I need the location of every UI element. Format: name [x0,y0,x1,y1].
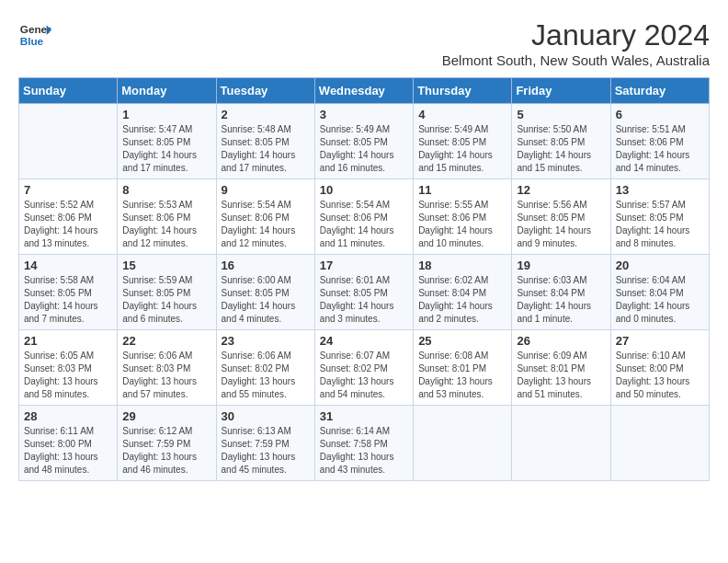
day-number: 14 [24,259,112,272]
day-number: 28 [24,409,112,423]
day-cell: 18Sunrise: 6:02 AM Sunset: 8:04 PM Dayli… [414,255,512,330]
day-number: 26 [517,334,605,348]
day-cell: 7Sunrise: 5:52 AM Sunset: 8:06 PM Daylig… [19,179,118,255]
header-row: SundayMondayTuesdayWednesdayThursdayFrid… [19,78,710,104]
column-header-saturday: Saturday [610,78,709,104]
day-number: 20 [616,259,704,272]
day-cell: 28Sunrise: 6:11 AM Sunset: 8:00 PM Dayli… [19,406,118,481]
day-info: Sunrise: 6:10 AM Sunset: 8:00 PM Dayligh… [616,350,704,401]
week-row-5: 28Sunrise: 6:11 AM Sunset: 8:00 PM Dayli… [19,406,710,481]
day-info: Sunrise: 6:00 AM Sunset: 8:05 PM Dayligh… [222,274,310,326]
svg-text:Blue: Blue [20,35,44,47]
day-info: Sunrise: 6:08 AM Sunset: 8:01 PM Dayligh… [418,350,506,401]
day-number: 18 [418,259,506,272]
day-info: Sunrise: 5:49 AM Sunset: 8:05 PM Dayligh… [320,123,408,175]
location-subtitle: Belmont South, New South Wales, Australi… [442,52,710,68]
day-number: 10 [320,183,408,197]
day-cell: 16Sunrise: 6:00 AM Sunset: 8:05 PM Dayli… [216,255,314,330]
day-cell: 17Sunrise: 6:01 AM Sunset: 8:05 PM Dayli… [314,255,413,330]
day-cell: 24Sunrise: 6:07 AM Sunset: 8:02 PM Dayli… [314,330,413,406]
day-info: Sunrise: 5:57 AM Sunset: 8:05 PM Dayligh… [616,199,704,250]
day-cell: 30Sunrise: 6:13 AM Sunset: 7:59 PM Dayli… [216,406,314,481]
day-number: 8 [122,183,210,197]
day-cell: 15Sunrise: 5:59 AM Sunset: 8:05 PM Dayli… [118,255,216,330]
day-cell: 22Sunrise: 6:06 AM Sunset: 8:03 PM Dayli… [118,330,216,406]
day-info: Sunrise: 5:49 AM Sunset: 8:05 PM Dayligh… [418,123,506,175]
column-header-friday: Friday [512,78,610,104]
day-number: 3 [320,108,408,121]
day-info: Sunrise: 6:01 AM Sunset: 8:05 PM Dayligh… [320,274,408,326]
day-info: Sunrise: 5:56 AM Sunset: 8:05 PM Dayligh… [517,199,605,250]
day-number: 4 [418,108,506,121]
month-title: January 2024 [442,18,710,52]
day-number: 27 [616,334,704,348]
day-info: Sunrise: 5:59 AM Sunset: 8:05 PM Dayligh… [122,274,210,326]
column-header-sunday: Sunday [19,78,118,104]
day-info: Sunrise: 6:04 AM Sunset: 8:04 PM Dayligh… [616,274,704,326]
day-info: Sunrise: 5:58 AM Sunset: 8:05 PM Dayligh… [24,274,112,326]
page-header: General Blue January 2024 Belmont South,… [18,18,710,68]
day-cell [19,104,118,179]
day-number: 19 [517,259,605,272]
day-info: Sunrise: 5:51 AM Sunset: 8:06 PM Dayligh… [616,123,704,175]
day-cell: 23Sunrise: 6:06 AM Sunset: 8:02 PM Dayli… [216,330,314,406]
day-cell [610,406,709,481]
day-number: 29 [122,409,210,423]
day-number: 16 [222,259,310,272]
day-number: 17 [320,259,408,272]
day-cell: 12Sunrise: 5:56 AM Sunset: 8:05 PM Dayli… [512,179,610,255]
day-info: Sunrise: 5:50 AM Sunset: 8:05 PM Dayligh… [517,123,605,175]
column-header-wednesday: Wednesday [314,78,413,104]
day-number: 12 [517,183,605,197]
day-number: 5 [517,108,605,121]
day-info: Sunrise: 5:47 AM Sunset: 8:05 PM Dayligh… [122,123,210,175]
day-info: Sunrise: 5:53 AM Sunset: 8:06 PM Dayligh… [122,199,210,250]
day-cell: 9Sunrise: 5:54 AM Sunset: 8:06 PM Daylig… [216,179,314,255]
day-info: Sunrise: 6:14 AM Sunset: 7:58 PM Dayligh… [320,425,408,477]
day-cell: 19Sunrise: 6:03 AM Sunset: 8:04 PM Dayli… [512,255,610,330]
week-row-1: 1Sunrise: 5:47 AM Sunset: 8:05 PM Daylig… [19,104,710,179]
day-cell: 10Sunrise: 5:54 AM Sunset: 8:06 PM Dayli… [314,179,413,255]
day-number: 11 [418,183,506,197]
day-cell: 11Sunrise: 5:55 AM Sunset: 8:06 PM Dayli… [414,179,512,255]
day-number: 22 [122,334,210,348]
calendar-table: SundayMondayTuesdayWednesdayThursdayFrid… [18,77,710,481]
week-row-3: 14Sunrise: 5:58 AM Sunset: 8:05 PM Dayli… [19,255,710,330]
day-info: Sunrise: 6:06 AM Sunset: 8:03 PM Dayligh… [122,350,210,401]
day-info: Sunrise: 6:03 AM Sunset: 8:04 PM Dayligh… [517,274,605,326]
day-number: 7 [24,183,112,197]
day-info: Sunrise: 6:12 AM Sunset: 7:59 PM Dayligh… [122,425,210,477]
week-row-4: 21Sunrise: 6:05 AM Sunset: 8:03 PM Dayli… [19,330,710,406]
day-info: Sunrise: 5:55 AM Sunset: 8:06 PM Dayligh… [418,199,506,250]
week-row-2: 7Sunrise: 5:52 AM Sunset: 8:06 PM Daylig… [19,179,710,255]
day-info: Sunrise: 5:54 AM Sunset: 8:06 PM Dayligh… [222,199,310,250]
day-cell [512,406,610,481]
day-info: Sunrise: 6:09 AM Sunset: 8:01 PM Dayligh… [517,350,605,401]
day-cell: 29Sunrise: 6:12 AM Sunset: 7:59 PM Dayli… [118,406,216,481]
day-info: Sunrise: 6:02 AM Sunset: 8:04 PM Dayligh… [418,274,506,326]
day-info: Sunrise: 6:11 AM Sunset: 8:00 PM Dayligh… [24,425,112,477]
day-number: 9 [222,183,310,197]
day-number: 1 [122,108,210,121]
title-block: January 2024 Belmont South, New South Wa… [442,18,710,68]
day-number: 25 [418,334,506,348]
logo: General Blue [18,18,51,52]
day-cell: 20Sunrise: 6:04 AM Sunset: 8:04 PM Dayli… [610,255,709,330]
day-info: Sunrise: 6:13 AM Sunset: 7:59 PM Dayligh… [222,425,310,477]
column-header-thursday: Thursday [414,78,512,104]
day-number: 31 [320,409,408,423]
day-number: 2 [222,108,310,121]
day-cell: 14Sunrise: 5:58 AM Sunset: 8:05 PM Dayli… [19,255,118,330]
day-cell: 25Sunrise: 6:08 AM Sunset: 8:01 PM Dayli… [414,330,512,406]
day-number: 6 [616,108,704,121]
day-number: 15 [122,259,210,272]
day-cell: 1Sunrise: 5:47 AM Sunset: 8:05 PM Daylig… [118,104,216,179]
column-header-tuesday: Tuesday [216,78,314,104]
day-cell: 6Sunrise: 5:51 AM Sunset: 8:06 PM Daylig… [610,104,709,179]
day-number: 21 [24,334,112,348]
day-info: Sunrise: 5:54 AM Sunset: 8:06 PM Dayligh… [320,199,408,250]
day-info: Sunrise: 6:06 AM Sunset: 8:02 PM Dayligh… [222,350,310,401]
day-cell: 21Sunrise: 6:05 AM Sunset: 8:03 PM Dayli… [19,330,118,406]
column-header-monday: Monday [118,78,216,104]
day-cell [414,406,512,481]
